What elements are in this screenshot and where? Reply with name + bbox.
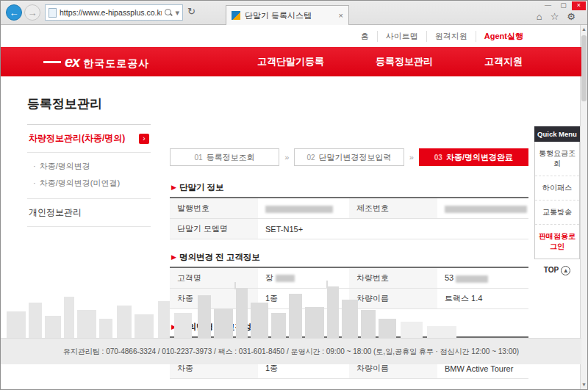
step-indicator: 01 등록정보조회 » 02 단말기변경정보입력 » 03 차종/명의변경완료 bbox=[170, 148, 528, 166]
step-number: 03 bbox=[434, 154, 442, 162]
scroll-to-top-link[interactable]: TOP▲ bbox=[534, 266, 580, 275]
model-name-label: 단말기 모델명 bbox=[170, 219, 258, 239]
maximize-button[interactable]: ▢ bbox=[556, 1, 570, 10]
refresh-icon[interactable]: ↻ bbox=[187, 6, 196, 17]
utility-nav: 홈 사이트맵 원격지원 Agent실행 bbox=[1, 25, 581, 47]
sidebar-item-personal-info[interactable]: 개인정보관리 bbox=[27, 199, 151, 227]
terminal-info-table: 발행번호 제조번호 단말기 모델명 SET-N15+ bbox=[170, 197, 528, 239]
logo-ex-text: ex bbox=[65, 54, 79, 71]
issue-number-label: 발행번호 bbox=[170, 198, 258, 219]
page-title: 등록정보관리 bbox=[27, 95, 151, 112]
global-menu: 고객단말기등록 등록정보관리 고객지원 bbox=[257, 55, 523, 68]
menu-item-registration-info[interactable]: 등록정보관리 bbox=[376, 55, 433, 68]
sidebar-submenu: 차종/명의변경 차종/명의변경(미연결) bbox=[27, 153, 151, 199]
redacted-value bbox=[265, 206, 333, 213]
arrow-up-icon: ▲ bbox=[561, 266, 570, 275]
issue-number-value bbox=[258, 198, 349, 219]
chevron-down-icon[interactable]: ▾ bbox=[175, 8, 179, 18]
step-number: 01 bbox=[195, 154, 203, 162]
tab-close-icon[interactable]: × bbox=[339, 11, 343, 20]
main-nav: ex 한국도로공사 고객단말기등록 등록정보관리 고객지원 bbox=[1, 47, 581, 76]
quick-menu: Quick Menu 통행요금조회 하이패스 교통방송 판매점용로그인 TOP▲ bbox=[534, 126, 580, 275]
step-label: 차종/명의변경완료 bbox=[446, 152, 513, 163]
sidebar-item-change-type-owner-unlinked[interactable]: 차종/명의변경(미연결) bbox=[33, 175, 151, 192]
page-icon bbox=[49, 8, 57, 18]
footer-contact-text: 유지관리팀 : 070-4866-3324 / 010-2237-3973 / … bbox=[63, 347, 519, 357]
content-area: 등록정보관리 차량정보관리(차종/명의) › 차종/명의변경 차종/명의변경(미… bbox=[1, 76, 581, 364]
sidebar-menu: 차량정보관리(차종/명의) › 차종/명의변경 차종/명의변경(미연결) 개인정… bbox=[27, 124, 151, 227]
section-title-terminal: ▶단말기 정보 bbox=[170, 178, 528, 197]
minimize-button[interactable]: — bbox=[541, 1, 555, 10]
step-separator-icon: » bbox=[279, 153, 294, 162]
browser-tab[interactable]: 단말기 등록시스템 × bbox=[226, 5, 349, 25]
browser-window: ← → https://www.e-hipassplus.co.kr/ ▾ ↻ … bbox=[0, 0, 588, 390]
quick-menu-item-hipass[interactable]: 하이패스 bbox=[535, 176, 579, 201]
menu-item-terminal-registration[interactable]: 고객단말기등록 bbox=[257, 55, 324, 68]
search-icon[interactable] bbox=[165, 9, 172, 16]
tab-title[interactable]: 단말기 등록시스템 bbox=[245, 10, 334, 21]
home-icon[interactable]: ⌂ bbox=[537, 11, 542, 22]
page-viewport: 홈 사이트맵 원격지원 Agent실행 ex 한국도로공사 고객단말기등록 등록… bbox=[1, 25, 581, 390]
tab-favicon-icon bbox=[232, 11, 240, 20]
step-2: 02 단말기변경정보입력 bbox=[294, 148, 404, 166]
city-skyline-graphic bbox=[1, 281, 581, 338]
step-number: 02 bbox=[306, 154, 315, 162]
quick-menu-body: 통행요금조회 하이패스 교통방송 판매점용로그인 bbox=[534, 142, 580, 259]
quick-menu-title: Quick Menu bbox=[534, 126, 580, 142]
close-button[interactable]: × bbox=[572, 1, 586, 10]
step-label: 단말기변경정보입력 bbox=[319, 152, 392, 163]
gear-icon[interactable]: ⚙ bbox=[567, 11, 576, 22]
model-name-value: SET-N15+ bbox=[258, 219, 528, 239]
serial-number-value bbox=[437, 198, 528, 219]
utility-link-remote-support[interactable]: 원격지원 bbox=[426, 31, 476, 42]
logo-dash-icon bbox=[43, 61, 61, 63]
utility-link-agent-run[interactable]: Agent실행 bbox=[476, 31, 531, 42]
section-marker-icon: ▶ bbox=[171, 253, 176, 261]
section-marker-icon: ▶ bbox=[171, 184, 176, 191]
redacted-value bbox=[445, 206, 527, 213]
quick-menu-item-toll-inquiry[interactable]: 통행요금조회 bbox=[535, 142, 579, 176]
utility-link-home[interactable]: 홈 bbox=[353, 31, 377, 42]
serial-number-label: 제조번호 bbox=[349, 198, 437, 219]
step-3-active: 03 차종/명의변경완료 bbox=[419, 148, 528, 166]
quick-menu-item-store-login[interactable]: 판매점용로그인 bbox=[535, 225, 579, 259]
table-row: 단말기 모델명 SET-N15+ bbox=[170, 219, 528, 239]
korea-expressway-logo[interactable]: ex 한국도로공사 bbox=[43, 54, 149, 71]
utility-link-sitemap[interactable]: 사이트맵 bbox=[377, 31, 426, 42]
scrollbar-thumb[interactable] bbox=[581, 35, 587, 101]
step-separator-icon: » bbox=[404, 153, 419, 162]
logo-name-text: 한국도로공사 bbox=[83, 57, 149, 71]
chrome-toolbar: ⌂ ☆ ⚙ bbox=[537, 11, 576, 22]
window-controls: — ▢ × bbox=[541, 1, 586, 10]
step-label: 등록정보조회 bbox=[207, 152, 255, 163]
forward-button[interactable]: → bbox=[24, 4, 40, 21]
sidebar: 등록정보관리 차량정보관리(차종/명의) › 차종/명의변경 차종/명의변경(미… bbox=[27, 95, 151, 227]
sidebar-item-label: 차량정보관리(차종/명의) bbox=[29, 132, 125, 145]
top-label: TOP bbox=[544, 266, 559, 274]
favorites-star-icon[interactable]: ☆ bbox=[551, 11, 559, 22]
menu-item-customer-support[interactable]: 고객지원 bbox=[484, 55, 523, 68]
url-text[interactable]: https://www.e-hipassplus.co.kr/ bbox=[60, 8, 162, 17]
sidebar-item-change-type-owner[interactable]: 차종/명의변경 bbox=[33, 158, 151, 175]
browser-chrome: ← → https://www.e-hipassplus.co.kr/ ▾ ↻ … bbox=[1, 1, 587, 25]
scroll-down-icon[interactable]: ▼ bbox=[581, 380, 587, 389]
step-1: 01 등록정보조회 bbox=[170, 148, 279, 166]
address-bar[interactable]: https://www.e-hipassplus.co.kr/ ▾ bbox=[45, 4, 183, 21]
footer: 유지관리팀 : 070-4866-3324 / 010-2237-3973 / … bbox=[1, 338, 581, 364]
back-button[interactable]: ← bbox=[6, 4, 22, 21]
section-title-before-change: ▶명의변경 전 고객정보 bbox=[170, 248, 528, 267]
chevron-right-icon[interactable]: › bbox=[139, 134, 149, 144]
quick-menu-item-traffic-broadcast[interactable]: 교통방송 bbox=[535, 201, 579, 225]
sidebar-item-vehicle-info[interactable]: 차량정보관리(차종/명의) › bbox=[27, 125, 151, 153]
scroll-up-icon[interactable]: ▲ bbox=[581, 25, 587, 34]
table-row: 발행번호 제조번호 bbox=[170, 198, 528, 219]
